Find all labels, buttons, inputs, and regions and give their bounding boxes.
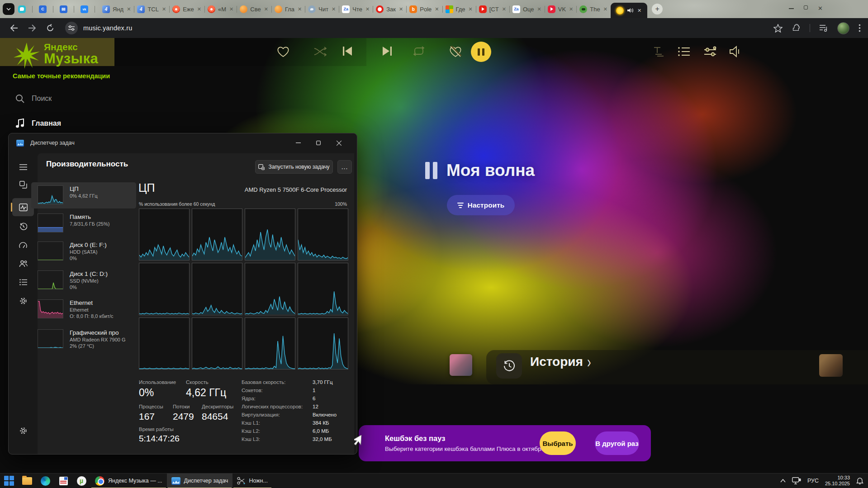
dislike-icon[interactable] xyxy=(449,46,462,58)
tab[interactable]: 4Янд✕ xyxy=(100,0,134,18)
clock[interactable]: 10:33 25.10.2025 xyxy=(825,475,850,487)
previous-track-icon[interactable] xyxy=(342,46,353,57)
edge-button[interactable] xyxy=(36,474,54,488)
history-title[interactable]: История xyxy=(530,355,583,369)
tab[interactable]: [CT✕ xyxy=(476,0,509,18)
network-display-icon[interactable] xyxy=(792,477,801,484)
back-icon[interactable] xyxy=(10,24,18,32)
close-icon[interactable]: ✕ xyxy=(603,6,608,12)
shuffle-icon[interactable] xyxy=(314,47,327,57)
utorrent-button[interactable]: µ xyxy=(72,474,90,488)
tm-details-icon[interactable] xyxy=(14,275,32,290)
site-settings-icon[interactable] xyxy=(65,22,78,34)
close-icon[interactable]: ✕ xyxy=(229,6,234,12)
tm-startup-icon[interactable] xyxy=(14,237,32,253)
pause-button[interactable] xyxy=(471,42,491,62)
minimize-icon[interactable] xyxy=(789,8,794,9)
tab[interactable]: ZaОце✕ xyxy=(510,0,545,18)
close-icon[interactable]: ✕ xyxy=(537,6,542,12)
bookmark-star-icon[interactable] xyxy=(773,24,783,33)
tab-list-button[interactable] xyxy=(3,3,14,15)
lyrics-icon[interactable] xyxy=(653,46,664,57)
tab[interactable]: Еже✕ xyxy=(170,0,204,18)
tm-card-cpu[interactable]: ЦП 0% 4,62 ГГц xyxy=(31,182,136,208)
wave-pause-icon[interactable] xyxy=(425,162,437,179)
tm-card-gpu[interactable]: Графический про AMD Radeon RX 7900 G 2% … xyxy=(31,326,136,355)
file-explorer-button[interactable] xyxy=(18,474,36,488)
close-icon[interactable]: ✕ xyxy=(331,6,336,12)
tab[interactable]: VK✕ xyxy=(545,0,577,18)
avatar[interactable] xyxy=(837,22,849,34)
sidebar-item-home[interactable]: Главная xyxy=(15,118,61,128)
tm-run-new-task-button[interactable]: Запустить новую задачу xyxy=(255,160,333,174)
close-icon[interactable]: ✕ xyxy=(468,6,473,12)
start-button[interactable] xyxy=(0,474,18,488)
new-tab-button[interactable]: + xyxy=(652,4,663,14)
album-thumbnail[interactable] xyxy=(819,354,843,377)
tab[interactable]: Где✕ xyxy=(443,0,476,18)
like-icon[interactable] xyxy=(277,46,289,57)
banner-decline-button[interactable]: В другой раз xyxy=(595,431,639,455)
sliders-icon[interactable] xyxy=(704,46,716,57)
taskbar-app-snipping[interactable]: Ножн... xyxy=(232,474,272,488)
tm-card-memory[interactable]: Память 7,8/31,6 ГБ (25%) xyxy=(31,210,136,237)
forward-icon[interactable] xyxy=(28,24,36,32)
tm-minimize-button[interactable] xyxy=(288,133,308,152)
tm-processes-icon[interactable] xyxy=(14,177,32,192)
taskbar-app-task-manager[interactable]: Диспетчер задач xyxy=(167,474,233,488)
tm-more-button[interactable]: ... xyxy=(337,160,352,174)
reload-icon[interactable] xyxy=(46,24,54,32)
pinned-tab-vk-icon[interactable]: vk xyxy=(81,5,88,13)
tab[interactable]: Зак✕ xyxy=(373,0,406,18)
album-thumbnail[interactable] xyxy=(450,354,472,376)
pinned-tab-c-icon[interactable]: C xyxy=(39,5,47,13)
tray-chevron-up-icon[interactable] xyxy=(780,479,786,483)
tune-wave-button[interactable]: Настроить xyxy=(447,195,515,215)
tm-card-ethernet[interactable]: Ethernet Ethernet О: 8,0 П: 8,0 кбит/с xyxy=(31,296,136,325)
close-icon[interactable]: ✕ xyxy=(818,5,823,11)
history-tile[interactable] xyxy=(496,353,522,379)
tm-settings-icon[interactable] xyxy=(14,423,32,438)
tab[interactable]: bPole✕ xyxy=(407,0,442,18)
close-icon[interactable]: ✕ xyxy=(161,6,166,12)
close-icon[interactable]: ✕ xyxy=(297,6,302,12)
restore-icon[interactable] xyxy=(804,5,808,9)
pinned-tab-mail-icon[interactable]: ✉ xyxy=(60,5,67,13)
sidebar-item-search[interactable]: Поиск xyxy=(15,94,52,103)
close-icon[interactable]: ✕ xyxy=(365,6,370,12)
language-indicator[interactable]: РУС xyxy=(807,478,819,484)
notifications-bell-icon[interactable] xyxy=(856,477,863,484)
volume-icon[interactable] xyxy=(729,46,742,57)
tm-maximize-button[interactable] xyxy=(308,133,328,152)
floppy-app-button[interactable] xyxy=(54,474,72,488)
tab[interactable]: Чит✕ xyxy=(305,0,339,18)
tab[interactable]: ZaЧте✕ xyxy=(339,0,373,18)
tab[interactable]: Гла✕ xyxy=(272,0,305,18)
pinned-tab-chat-icon[interactable] xyxy=(18,5,26,13)
close-icon[interactable]: ✕ xyxy=(398,6,403,12)
next-track-icon[interactable] xyxy=(382,46,393,57)
close-icon[interactable]: ✕ xyxy=(637,8,642,14)
tm-menu-icon[interactable] xyxy=(14,159,32,175)
tab[interactable]: The✕ xyxy=(577,0,611,18)
tm-card-disk1[interactable]: Диск 1 (C: D:) SSD (NVMe) 0% xyxy=(31,267,136,295)
repeat-icon[interactable] xyxy=(413,46,425,57)
menu-dots-icon[interactable] xyxy=(859,24,861,32)
tm-services-icon[interactable] xyxy=(14,293,32,308)
playlist-icon[interactable] xyxy=(819,24,828,32)
url-text[interactable]: music.yandex.ru xyxy=(83,24,133,32)
chevron-right-icon[interactable]: › xyxy=(587,353,591,372)
track-progress[interactable] xyxy=(0,38,366,66)
tab[interactable]: 4TCL✕ xyxy=(134,0,169,18)
close-icon[interactable]: ✕ xyxy=(126,6,131,12)
active-tab[interactable]: ✕ xyxy=(611,3,647,18)
tm-close-button[interactable] xyxy=(329,133,349,152)
tab-audio-icon[interactable] xyxy=(627,8,633,13)
queue-icon[interactable] xyxy=(678,46,690,57)
extensions-icon[interactable] xyxy=(792,24,801,33)
tm-history-icon[interactable] xyxy=(14,218,32,234)
banner-accept-button[interactable]: Выбрать xyxy=(540,431,576,455)
tab[interactable]: Све✕ xyxy=(237,0,271,18)
taskbar-app-yandex-music[interactable]: Яндекс Музыка — ... xyxy=(90,474,167,488)
tab[interactable]: «М✕ xyxy=(205,0,237,18)
